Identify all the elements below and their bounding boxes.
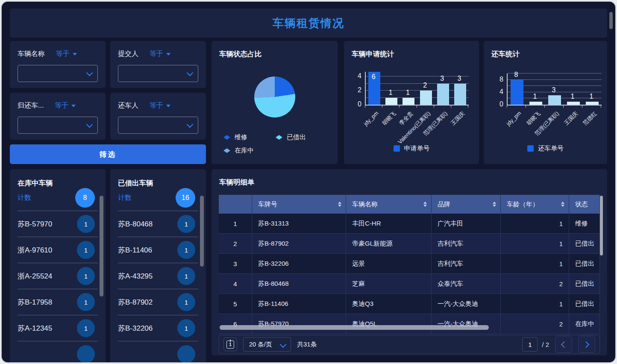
table-row[interactable]: 1苏B-31313丰田C-HR广汽丰田1维修 bbox=[219, 214, 600, 234]
filter-label: 提交人 bbox=[118, 50, 138, 59]
table-cell: 6 bbox=[219, 314, 252, 334]
x-axis-tick bbox=[468, 106, 468, 108]
list-title: 在库中车辆 bbox=[10, 169, 106, 185]
filter-select[interactable] bbox=[18, 117, 98, 134]
page-size-value: 20 条/页 bbox=[249, 341, 272, 349]
filter-select[interactable] bbox=[118, 65, 198, 82]
table-horizontal-scrollbar[interactable] bbox=[220, 325, 489, 330]
x-axis-label-text: 范德红 bbox=[581, 110, 598, 127]
chevron-down-icon bbox=[280, 341, 287, 348]
table-row[interactable]: 3苏B-32206远景吉利汽车1已借出 bbox=[219, 254, 600, 274]
bar bbox=[403, 98, 414, 105]
list-item-label: 苏A-12345 bbox=[18, 323, 52, 333]
filter-grid: 车辆名称等于提交人等于归还车...等于还车人等于 bbox=[10, 41, 206, 140]
bar-legend[interactable]: 还车单号 bbox=[484, 144, 607, 153]
list-item[interactable]: 苏B-322061 bbox=[118, 315, 198, 341]
table-vertical-scrollbar[interactable] bbox=[600, 196, 603, 255]
column-header-label: 车辆名称 bbox=[352, 200, 378, 208]
table-row[interactable]: 6苏B-57970奥迪Q5L一汽-大众奥迪2在库中 bbox=[219, 314, 600, 334]
list-item-label: 苏B-87902 bbox=[118, 297, 153, 307]
legend-item[interactable]: 在库中 bbox=[223, 144, 276, 157]
bar bbox=[420, 91, 432, 105]
list-item[interactable]: 苏A-123451 bbox=[18, 315, 98, 341]
table-cell: 1 bbox=[501, 294, 569, 314]
table-cell: 已借出 bbox=[569, 294, 600, 314]
chevron-right-icon bbox=[583, 341, 590, 348]
pie-legend: 维修已借出在库中 bbox=[223, 131, 328, 157]
bar-value-label: 1 bbox=[563, 93, 582, 100]
column-header-2[interactable]: 车辆名称 bbox=[346, 195, 432, 214]
y-axis-tick: 2 bbox=[347, 86, 361, 94]
bar bbox=[437, 84, 449, 105]
page-input[interactable]: 1 bbox=[522, 337, 538, 352]
table-row[interactable]: 5苏B-11406奥迪Q3一汽-大众奥迪1已借出 bbox=[219, 294, 600, 314]
table-cell: 苏B-87902 bbox=[252, 234, 346, 253]
table-cell: 奥迪Q5L bbox=[346, 314, 432, 334]
table-cell: 5 bbox=[219, 294, 252, 314]
list-item[interactable]: 苏B-179581 bbox=[18, 289, 98, 315]
table-panel: 车辆明细单 车牌号车辆名称品牌车龄（年）状态1苏B-31313丰田C-HR广汽丰… bbox=[212, 169, 607, 355]
chevron-down-icon bbox=[187, 121, 194, 128]
legend-item[interactable]: 维修 bbox=[223, 131, 276, 144]
filter-operator-dropdown[interactable]: 等于 bbox=[55, 101, 76, 110]
chevron-left-icon bbox=[561, 341, 568, 348]
filter-operator-value: 等于 bbox=[56, 50, 70, 59]
table-cell: 3 bbox=[219, 254, 252, 273]
legend-label: 已借出 bbox=[287, 133, 306, 141]
filter-select[interactable] bbox=[18, 65, 98, 82]
dashboard-window: 车辆租赁情况 车辆名称等于提交人等于归还车...等于还车人等于 筛选 车辆状态占… bbox=[1, 1, 616, 363]
list-item[interactable]: 苏A-432951 bbox=[118, 263, 198, 289]
refresh-button[interactable]: 1 bbox=[223, 338, 237, 351]
x-axis-label-text: jdy_pm bbox=[505, 110, 522, 127]
page-size-select[interactable]: 20 条/页 bbox=[243, 337, 291, 352]
y-axis-tick: 4 bbox=[489, 88, 503, 96]
x-axis-tick bbox=[365, 106, 365, 108]
column-header-4[interactable]: 车龄（年） bbox=[501, 195, 569, 214]
table-row[interactable]: 2苏B-87902帝豪GL新能源吉利汽车1已借出 bbox=[219, 234, 600, 254]
column-header-label: 状态 bbox=[575, 200, 588, 208]
filter-select[interactable] bbox=[118, 117, 198, 134]
list-item[interactable]: 苏B-579701 bbox=[18, 211, 98, 237]
list-item[interactable]: 浙A-976101 bbox=[18, 237, 98, 263]
table-cell: 一汽-大众奥迪 bbox=[432, 314, 501, 334]
filter-label: 车辆名称 bbox=[18, 50, 45, 59]
table-cell: 在库中 bbox=[569, 314, 600, 334]
list-item[interactable]: 浙A-255241 bbox=[18, 263, 98, 289]
item-count-badge bbox=[77, 345, 95, 363]
bar-value-label: 8 bbox=[507, 71, 526, 79]
table-cell: 苏B-11406 bbox=[252, 294, 346, 314]
column-header-3[interactable]: 品牌 bbox=[432, 195, 501, 214]
return-chart-title: 还车统计 bbox=[491, 50, 520, 59]
item-count-badge: 1 bbox=[77, 267, 95, 285]
window-scrollbar[interactable] bbox=[609, 12, 613, 29]
list-scrollbar[interactable] bbox=[200, 196, 204, 267]
legend-label: 在库中 bbox=[235, 147, 254, 155]
list-item[interactable]: 苏B-804681 bbox=[118, 211, 198, 237]
table-row[interactable]: 4苏B-80468芝麻众泰汽车2已借出 bbox=[219, 274, 600, 294]
list-item[interactable]: 苏B-114061 bbox=[118, 237, 198, 263]
pagination-bar: 1 20 条/页 共31条 1 / 2 bbox=[219, 335, 600, 354]
list-scrollbar[interactable] bbox=[100, 196, 103, 296]
bar bbox=[586, 102, 599, 105]
list-item[interactable]: 苏B-879021 bbox=[118, 289, 198, 315]
item-count-badge: 1 bbox=[77, 319, 95, 337]
bar-legend[interactable]: 申请单号 bbox=[344, 144, 479, 153]
filter-operator-dropdown[interactable]: 等于 bbox=[150, 50, 170, 59]
item-count-badge: 1 bbox=[177, 241, 195, 259]
bar-value-label: 3 bbox=[450, 75, 469, 82]
next-page-button[interactable] bbox=[578, 336, 595, 353]
filter-panel-2: 归还车...等于 bbox=[10, 93, 106, 140]
filter-operator-dropdown[interactable]: 等于 bbox=[150, 101, 170, 110]
y-axis-tick: 4 bbox=[347, 72, 361, 80]
legend-item[interactable]: 已借出 bbox=[276, 131, 328, 144]
page-title: 车辆租赁情况 bbox=[10, 9, 607, 38]
filter-submit-button[interactable]: 筛选 bbox=[10, 144, 206, 164]
filter-operator-dropdown[interactable]: 等于 bbox=[56, 50, 77, 59]
return-chart-panel: 还车统计 04881311jdy_pm胡晓飞范理(已离职)王国庆范德红还车单号 bbox=[484, 41, 607, 164]
sort-asc-arrow bbox=[338, 202, 341, 204]
bar-value-label: 1 bbox=[582, 93, 601, 100]
count-badge: 16 bbox=[176, 188, 195, 208]
prev-page-button[interactable] bbox=[555, 336, 572, 353]
table-header-row: 车牌号车辆名称品牌车龄（年）状态 bbox=[219, 195, 600, 214]
column-header-1[interactable]: 车牌号 bbox=[252, 195, 346, 214]
